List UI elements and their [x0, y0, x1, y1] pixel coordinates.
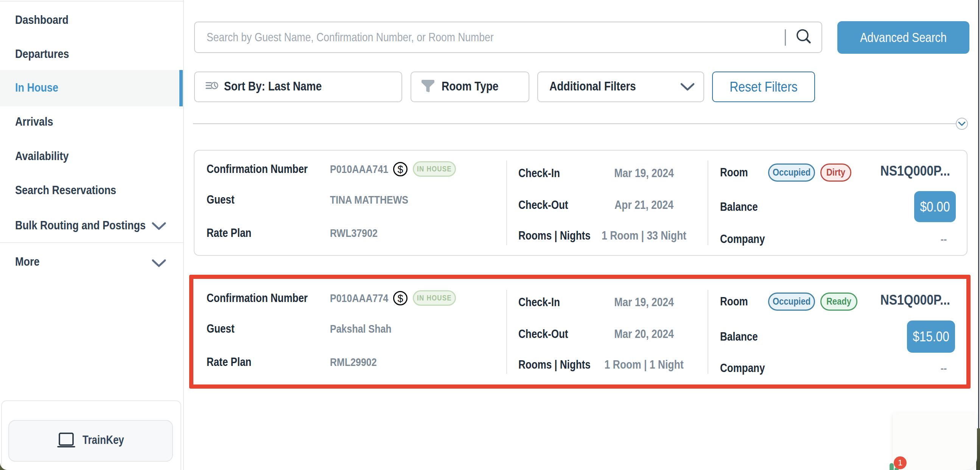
svg-text:$: $: [397, 293, 403, 304]
svg-text:$: $: [397, 164, 403, 175]
